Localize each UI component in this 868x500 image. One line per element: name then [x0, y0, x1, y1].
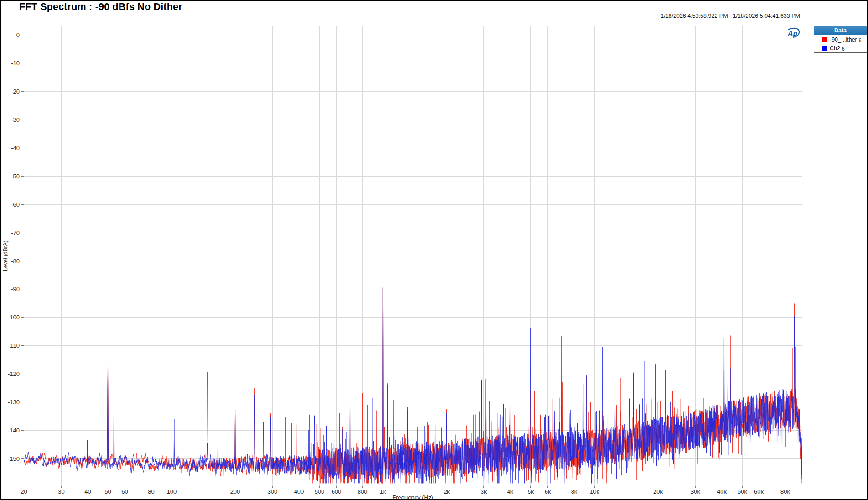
- legend-body: -90_...ither6Ch26: [814, 35, 867, 52]
- legend-label: Ch2: [830, 45, 840, 52]
- legend-swatch: [822, 37, 827, 42]
- y-tick-label: -80: [11, 258, 20, 265]
- y-tick-label: -10: [11, 60, 20, 67]
- y-tick-label: -120: [8, 370, 20, 377]
- legend-panel[interactable]: Data -90_...ither6Ch26: [814, 26, 867, 53]
- y-tick-label: -20: [11, 88, 20, 95]
- y-tick-label: -30: [11, 116, 20, 123]
- trace-ch1: [24, 287, 802, 483]
- y-tick-label: -110: [8, 342, 20, 349]
- y-tick-label: -130: [8, 399, 20, 406]
- x-axis-title: Frequency (Hz): [24, 494, 802, 500]
- legend-item-1[interactable]: -90_...ither6: [814, 35, 867, 44]
- y-tick-label: -150: [8, 455, 20, 462]
- trace-group: [24, 287, 802, 483]
- legend-item-2[interactable]: Ch26: [814, 44, 867, 52]
- y-tick-label: -90: [11, 286, 20, 292]
- y-tick-label: -60: [11, 201, 20, 208]
- legend-index: 6: [859, 38, 862, 43]
- y-tick-label: -100: [8, 314, 20, 321]
- legend-header[interactable]: Data: [814, 26, 867, 35]
- app-window: FFT Spectrum : -90 dBfs No Dither 1/18/2…: [0, 0, 868, 500]
- y-axis-title: Level (dBrA): [1, 26, 9, 486]
- y-tick-label: -70: [11, 229, 20, 236]
- legend-swatch: [822, 46, 827, 51]
- plot-frame[interactable]: [24, 26, 802, 486]
- y-tick-label: -140: [8, 427, 20, 434]
- y-tick-label: 0: [16, 31, 20, 38]
- y-tick-label: -40: [11, 145, 20, 151]
- legend-label: -90_...ither: [830, 36, 857, 43]
- audio-precision-logo: Ap: [785, 27, 800, 40]
- ap-logo-text: Ap: [787, 30, 798, 37]
- y-tick-label: -50: [11, 173, 20, 180]
- legend-index: 6: [842, 47, 845, 52]
- fft-plot[interactable]: 0-10-20-30-40-50-60-70-80-90-100-110-120…: [1, 1, 868, 500]
